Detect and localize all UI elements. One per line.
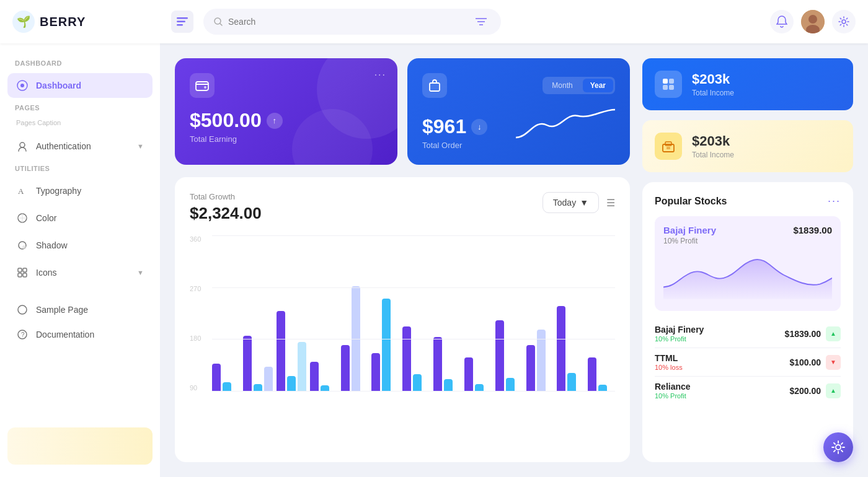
sidebar-item-authentication[interactable]: Authentication ▼ (7, 134, 153, 159)
stock-row-1-right: $1839.00 ▲ (785, 326, 841, 341)
notification-button[interactable] (770, 10, 794, 33)
sidebar-item-sample-page[interactable]: Sample Page (7, 297, 153, 322)
content-left: ··· $500.00 ↑ Total Earning (175, 58, 630, 462)
bar-purple-3 (277, 311, 285, 392)
order-card-header: Month Year (422, 73, 615, 98)
sidebar-item-documentation[interactable]: ? Documentation (7, 322, 153, 347)
svg-rect-27 (196, 82, 208, 90)
sidebar-section-utilities: Utilities (7, 161, 153, 176)
typography-icon: A (16, 185, 29, 197)
gear-icon (838, 16, 849, 27)
svg-rect-23 (23, 273, 27, 277)
bar-group-12 (557, 306, 584, 392)
stock-row-1-info: Bajaj Finery 10% Profit (655, 325, 704, 343)
sidebar-section-dashboard: Dashboard (7, 56, 153, 71)
bar-cyan-12 (567, 373, 576, 392)
bar-cyan-8 (444, 379, 453, 392)
stock-row-1-price: $1839.00 (785, 329, 821, 339)
stock-rows: Bajaj Finery 10% Profit $1839.00 ▲ TTML … (655, 320, 841, 405)
income-yellow-info: $203k Total Income (692, 133, 734, 159)
hamburger-icon (177, 17, 188, 26)
sidebar-icons-label: Icons (36, 268, 56, 278)
earning-card-more[interactable]: ··· (374, 69, 386, 81)
sidebar-pages-caption: Pages Caption (7, 118, 153, 131)
sidebar-sample-page-label: Sample Page (36, 305, 88, 315)
bar-purple-7 (402, 326, 411, 392)
search-bar (203, 9, 501, 35)
svg-text:A: A (18, 186, 24, 196)
svg-point-10 (808, 15, 817, 24)
filter-button[interactable] (471, 12, 491, 32)
bell-icon (776, 15, 787, 28)
svg-text:🌱: 🌱 (17, 15, 31, 28)
sidebar-documentation-label: Documentation (36, 330, 94, 339)
avatar[interactable] (801, 10, 825, 33)
today-button[interactable]: Today ▼ (542, 192, 599, 213)
chart-canvas (212, 235, 615, 396)
stock-row-3-sub: 10% Profit (655, 392, 691, 400)
color-icon (16, 212, 29, 224)
stocks-more-button[interactable]: ··· (828, 195, 841, 208)
grid-icon (662, 77, 675, 91)
bar-light-11 (537, 330, 546, 392)
sidebar-item-icons[interactable]: Icons ▼ (7, 260, 153, 285)
sidebar-shadow-label: Shadow (36, 240, 68, 250)
svg-point-14 (20, 84, 24, 87)
sidebar-item-shadow[interactable]: Shadow (7, 233, 153, 258)
sidebar-item-typography[interactable]: A Typography (7, 178, 153, 203)
sidebar-item-color[interactable]: Color (7, 206, 153, 230)
bar-cyan-9 (475, 384, 484, 392)
stock-row-1: Bajaj Finery 10% Profit $1839.00 ▲ (655, 320, 841, 348)
chart-title: Total Growth (190, 192, 262, 201)
bar-group-5 (341, 286, 368, 392)
sidebar-item-dashboard[interactable]: Dashboard (7, 73, 153, 98)
bar-purple-10 (495, 320, 504, 392)
svg-rect-3 (177, 21, 185, 23)
menu-button[interactable] (171, 11, 193, 33)
chart-menu-icon[interactable]: ☰ (606, 197, 615, 209)
wallet-icon (195, 79, 209, 92)
sidebar-color-label: Color (36, 213, 56, 223)
bar-purple-8 (433, 337, 442, 392)
topbar: 🌱 BERRY (0, 0, 868, 43)
svg-rect-32 (663, 85, 668, 90)
search-icon (213, 17, 223, 27)
bar-group-4 (310, 362, 337, 392)
settings-button[interactable] (832, 10, 856, 33)
bar-purple-4 (310, 362, 319, 392)
tab-year[interactable]: Year (583, 79, 613, 92)
stock-row-2-name: TTML (655, 353, 683, 363)
sidebar-dashboard-label: Dashboard (36, 81, 81, 90)
bar-group-2 (243, 336, 273, 392)
income-blue-info: $203k Total Income (692, 71, 734, 97)
bar-cyan-10 (506, 378, 515, 392)
bar-chart-area: 360 270 180 90 (190, 235, 615, 396)
search-input[interactable] (228, 17, 466, 27)
bar-group-3 (277, 311, 306, 392)
tab-month[interactable]: Month (544, 79, 580, 92)
chart-section: Total Growth $2,324.00 Today ▼ ☰ (175, 177, 630, 462)
svg-rect-22 (18, 273, 22, 277)
fab-gear-icon (831, 440, 845, 454)
svg-rect-21 (23, 268, 27, 272)
stock-row-2-right: $100.00 ▼ (789, 355, 841, 370)
bar-purple-13 (588, 357, 596, 392)
filter-icon (476, 17, 487, 26)
stock-row-1-trend: ▲ (826, 326, 841, 341)
stock-row-3-price: $200.00 (789, 386, 821, 396)
stock-row-2-sub: 10% loss (655, 364, 683, 371)
icons-icon (16, 266, 29, 279)
earning-card: ··· $500.00 ↑ Total Earning (175, 58, 397, 165)
stock-row-2-info: TTML 10% loss (655, 353, 683, 371)
bar-cyan-7 (413, 374, 422, 392)
cash-register-icon (662, 139, 675, 153)
svg-rect-2 (177, 17, 188, 19)
svg-point-28 (204, 86, 206, 89)
bar-cyan-3 (287, 376, 296, 392)
order-trend-icon: ↓ (471, 119, 487, 135)
fab-button[interactable] (823, 432, 853, 462)
auth-icon (16, 140, 29, 152)
content-area: ··· $500.00 ↑ Total Earning (160, 43, 868, 477)
svg-point-12 (842, 20, 846, 24)
dashboard-icon (16, 79, 29, 92)
